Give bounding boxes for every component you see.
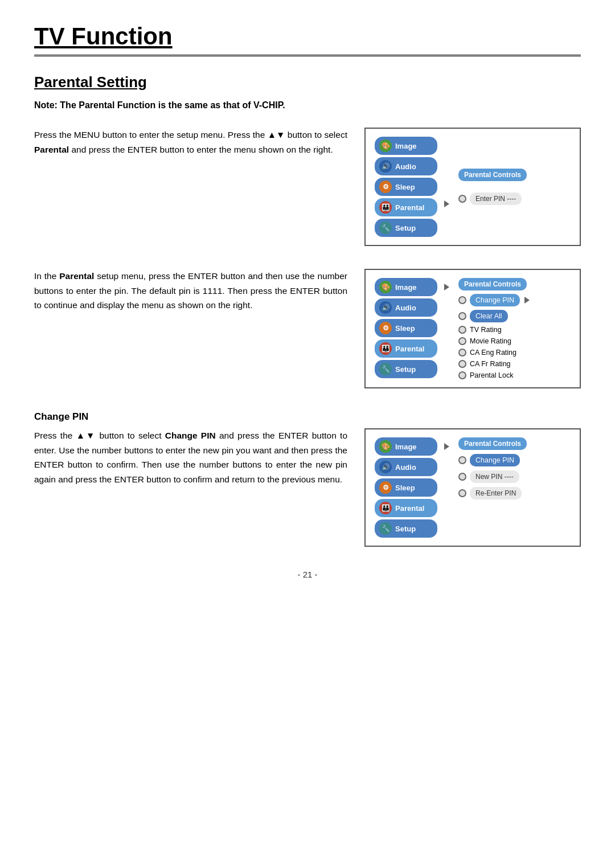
radio-movie-rating (458, 337, 466, 345)
change-pin-section: Change PIN (34, 411, 581, 423)
submenu-ca-fr-rating: CA Fr Rating (458, 360, 571, 368)
radio-change-pin-2 (458, 296, 466, 304)
block2-text: In the Parental setup menu, press the EN… (34, 269, 347, 313)
menu-item-parental-3: 👪 Parental (375, 499, 437, 517)
submenu-enter-pin: Enter PIN ---- (458, 193, 571, 205)
menu-item-audio: 🔊 Audio (375, 157, 437, 175)
reenter-pin-label: Re-Enter PIN (470, 487, 522, 499)
submenu-clear-all: Clear All (458, 310, 571, 322)
menu-label-image-2: Image (395, 283, 417, 292)
radio-enter-pin (458, 195, 466, 203)
menu-label-audio: Audio (395, 162, 416, 171)
change-pin-title: Change PIN (34, 411, 581, 423)
content-block-1: Press the MENU button to enter the setup… (34, 128, 581, 246)
submenu-change-pin-2: Change PIN (458, 294, 571, 306)
menu-right-3: Parental Controls Change PIN New PIN ---… (455, 437, 571, 499)
parental-controls-label-1: Parental Controls (458, 169, 527, 181)
image-icon-2: 🎨 (379, 281, 392, 293)
arrow-3 (443, 437, 449, 450)
content-block-3: Press the ▲▼ button to select Change PIN… (34, 428, 581, 547)
menu-item-sleep-2: ⚙ Sleep (375, 319, 437, 337)
menu-right-2: Parental Controls Change PIN Clear All T… (455, 278, 571, 379)
block3-diagram: 🎨 Image 🔊 Audio ⚙ Sleep 👪 Parental 🔧 (364, 428, 581, 547)
image-icon-3: 🎨 (379, 440, 392, 453)
menu-label-sleep-2: Sleep (395, 324, 415, 333)
audio-icon-2: 🔊 (379, 301, 392, 314)
menu-label-image: Image (395, 142, 417, 150)
block2-diagram: 🎨 Image 🔊 Audio ⚙ Sleep 👪 Parental 🔧 (364, 269, 581, 388)
menu-item-setup-2: 🔧 Setup (375, 360, 437, 378)
parental-lock-label: Parental Lock (470, 371, 513, 379)
tv-menu-3: 🎨 Image 🔊 Audio ⚙ Sleep 👪 Parental 🔧 (364, 428, 581, 547)
menu-item-setup: 🔧 Setup (375, 219, 437, 237)
change-pin-arrow (524, 297, 530, 304)
tv-rating-label: TV Rating (470, 326, 502, 334)
radio-reenter-pin (458, 489, 466, 497)
note-text: Note: The Parental Function is the same … (34, 100, 581, 110)
movie-rating-label: Movie Rating (470, 337, 511, 345)
tv-menu-2: 🎨 Image 🔊 Audio ⚙ Sleep 👪 Parental 🔧 (364, 269, 581, 388)
radio-parental-lock (458, 371, 466, 379)
arrow-2 (443, 278, 449, 290)
section-title: Parental Setting (34, 73, 581, 91)
arrow-icon-3 (444, 443, 449, 450)
clear-all-label: Clear All (470, 310, 508, 322)
radio-change-pin-3 (458, 456, 466, 464)
menu-label-setup-3: Setup (395, 525, 416, 533)
arrow-icon-1 (444, 200, 449, 207)
submenu-ca-eng-rating: CA Eng Rating (458, 349, 571, 357)
block3-text: Press the ▲▼ button to select Change PIN… (34, 428, 347, 486)
parental-icon-2: 👪 (379, 342, 392, 355)
menu-left-3: 🎨 Image 🔊 Audio ⚙ Sleep 👪 Parental 🔧 (375, 437, 437, 538)
radio-clear-all (458, 312, 466, 320)
sleep-icon-3: ⚙ (379, 481, 392, 494)
menu-label-setup: Setup (395, 224, 416, 232)
submenu-tv-rating: TV Rating (458, 326, 571, 334)
ca-eng-rating-label: CA Eng Rating (470, 349, 516, 357)
new-pin-label: New PIN ---- (470, 470, 519, 483)
menu-label-sleep-3: Sleep (395, 484, 415, 492)
menu-left-1: 🎨 Image 🔊 Audio ⚙ Sleep 👪 Parental 🔧 (375, 137, 437, 237)
parental-controls-label-2: Parental Controls (458, 278, 527, 290)
submenu-reenter-pin: Re-Enter PIN (458, 487, 571, 499)
setup-icon: 🔧 (379, 222, 392, 234)
parental-icon: 👪 (379, 201, 392, 214)
menu-item-image-2: 🎨 Image (375, 278, 437, 296)
menu-item-parental-2: 👪 Parental (375, 339, 437, 358)
submenu-change-pin-3: Change PIN (458, 454, 571, 466)
menu-label-audio-3: Audio (395, 463, 416, 472)
submenu-title-3: Parental Controls (458, 437, 571, 450)
submenu-title-2: Parental Controls (458, 278, 571, 290)
menu-label-sleep: Sleep (395, 183, 415, 191)
radio-ca-eng-rating (458, 349, 466, 357)
sleep-icon: ⚙ (379, 181, 392, 193)
enter-pin-label: Enter PIN ---- (470, 193, 522, 205)
audio-icon-3: 🔊 (379, 461, 392, 473)
page-title: TV Function (34, 23, 581, 56)
menu-label-parental-3: Parental (395, 504, 424, 513)
menu-item-setup-3: 🔧 Setup (375, 519, 437, 538)
menu-item-parental: 👪 Parental (375, 198, 437, 216)
arrow-1 (443, 137, 449, 237)
menu-item-image-3: 🎨 Image (375, 437, 437, 456)
ca-fr-rating-label: CA Fr Rating (470, 360, 511, 368)
radio-ca-fr-rating (458, 360, 466, 368)
image-icon: 🎨 (379, 140, 392, 152)
menu-label-parental-2: Parental (395, 345, 424, 353)
parental-controls-label-3: Parental Controls (458, 437, 527, 450)
menu-item-image: 🎨 Image (375, 137, 437, 155)
setup-icon-3: 🔧 (379, 522, 392, 535)
content-block-2: In the Parental setup menu, press the EN… (34, 269, 581, 388)
menu-item-sleep-3: ⚙ Sleep (375, 478, 437, 497)
submenu-movie-rating: Movie Rating (458, 337, 571, 345)
block1-diagram: 🎨 Image 🔊 Audio ⚙ Sleep 👪 Parental 🔧 (364, 128, 581, 246)
menu-label-image-3: Image (395, 443, 417, 451)
submenu-new-pin: New PIN ---- (458, 470, 571, 483)
change-pin-label-2: Change PIN (470, 294, 520, 306)
parental-icon-3: 👪 (379, 502, 392, 514)
setup-icon-2: 🔧 (379, 363, 392, 375)
submenu-parental-lock: Parental Lock (458, 371, 571, 379)
menu-item-audio-2: 🔊 Audio (375, 298, 437, 317)
arrow-icon-2 (444, 284, 449, 290)
submenu-title-1: Parental Controls (458, 169, 571, 181)
